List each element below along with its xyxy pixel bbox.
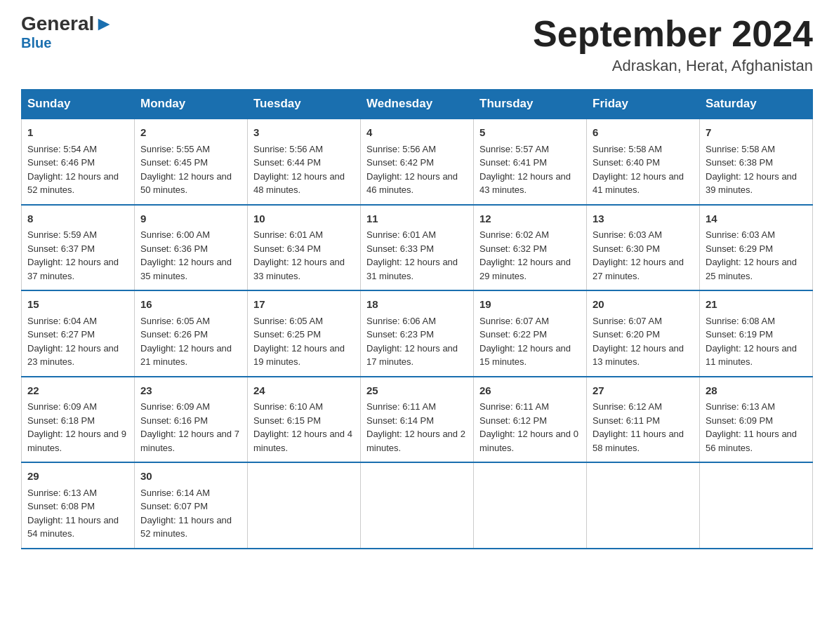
calendar-cell: 25Sunrise: 6:11 AMSunset: 6:14 PMDayligh… — [361, 377, 474, 463]
sunset-text: Sunset: 6:20 PM — [593, 329, 660, 340]
sunset-text: Sunset: 6:41 PM — [479, 157, 547, 168]
day-number: 10 — [253, 211, 355, 227]
sunrise-text: Sunrise: 5:58 AM — [593, 144, 662, 154]
col-saturday: Saturday — [700, 90, 813, 119]
sunrise-text: Sunrise: 6:03 AM — [593, 229, 662, 240]
daylight-text: Daylight: 12 hours and 23 minutes. — [27, 343, 119, 368]
calendar-cell: 19Sunrise: 6:07 AMSunset: 6:22 PMDayligh… — [474, 290, 587, 377]
calendar-cell: 2Sunrise: 5:55 AMSunset: 6:45 PMDaylight… — [135, 119, 248, 205]
calendar-cell: 29Sunrise: 6:13 AMSunset: 6:08 PMDayligh… — [22, 462, 135, 549]
day-number: 7 — [706, 125, 807, 141]
calendar-cell — [474, 462, 587, 549]
sunrise-text: Sunrise: 6:03 AM — [706, 229, 775, 240]
day-number: 21 — [706, 297, 807, 313]
calendar-cell: 5Sunrise: 5:57 AMSunset: 6:41 PMDaylight… — [474, 119, 587, 205]
sunset-text: Sunset: 6:30 PM — [593, 243, 660, 254]
sunset-text: Sunset: 6:23 PM — [366, 329, 434, 340]
daylight-text: Daylight: 12 hours and 0 minutes. — [479, 429, 578, 453]
day-number: 26 — [479, 383, 581, 399]
daylight-text: Daylight: 12 hours and 46 minutes. — [366, 171, 458, 196]
sunrise-text: Sunrise: 5:57 AM — [479, 144, 549, 154]
daylight-text: Daylight: 12 hours and 21 minutes. — [140, 343, 232, 368]
sunset-text: Sunset: 6:33 PM — [366, 243, 434, 254]
daylight-text: Daylight: 12 hours and 25 minutes. — [706, 257, 797, 281]
sunset-text: Sunset: 6:32 PM — [479, 243, 547, 254]
day-number: 30 — [140, 469, 241, 485]
calendar-cell: 16Sunrise: 6:05 AMSunset: 6:26 PMDayligh… — [135, 290, 248, 377]
sunset-text: Sunset: 6:42 PM — [366, 157, 434, 168]
calendar-cell: 24Sunrise: 6:10 AMSunset: 6:15 PMDayligh… — [248, 377, 361, 463]
daylight-text: Daylight: 12 hours and 11 minutes. — [706, 343, 797, 368]
daylight-text: Daylight: 12 hours and 29 minutes. — [479, 257, 571, 281]
calendar-week-row: 29Sunrise: 6:13 AMSunset: 6:08 PMDayligh… — [22, 462, 813, 549]
sunrise-text: Sunrise: 6:13 AM — [27, 488, 97, 498]
logo-text-line1: General► — [21, 14, 114, 34]
day-number: 2 — [140, 125, 241, 141]
page-header: General► Blue September 2024 Adraskan, H… — [21, 14, 813, 75]
sunset-text: Sunset: 6:27 PM — [27, 329, 95, 340]
day-number: 8 — [27, 211, 128, 227]
calendar-cell: 18Sunrise: 6:06 AMSunset: 6:23 PMDayligh… — [361, 290, 474, 377]
sunrise-text: Sunrise: 6:08 AM — [706, 316, 775, 326]
day-number: 3 — [253, 125, 355, 141]
sunset-text: Sunset: 6:46 PM — [27, 157, 95, 168]
calendar-week-row: 8Sunrise: 5:59 AMSunset: 6:37 PMDaylight… — [22, 205, 813, 291]
day-number: 12 — [479, 211, 581, 227]
col-sunday: Sunday — [22, 90, 135, 119]
sunrise-text: Sunrise: 5:56 AM — [253, 144, 323, 154]
day-number: 23 — [140, 383, 241, 399]
calendar-cell: 3Sunrise: 5:56 AMSunset: 6:44 PMDaylight… — [248, 119, 361, 205]
calendar-cell: 10Sunrise: 6:01 AMSunset: 6:34 PMDayligh… — [248, 205, 361, 291]
sunset-text: Sunset: 6:11 PM — [593, 415, 660, 426]
day-number: 22 — [27, 383, 128, 399]
location-title: Adraskan, Herat, Afghanistan — [533, 57, 813, 75]
sunrise-text: Sunrise: 6:10 AM — [253, 401, 323, 412]
day-number: 28 — [706, 383, 807, 399]
calendar-cell: 27Sunrise: 6:12 AMSunset: 6:11 PMDayligh… — [587, 377, 700, 463]
sunset-text: Sunset: 6:26 PM — [140, 329, 208, 340]
sunrise-text: Sunrise: 5:54 AM — [27, 144, 97, 154]
day-number: 29 — [27, 469, 128, 485]
day-number: 19 — [479, 297, 581, 313]
daylight-text: Daylight: 12 hours and 33 minutes. — [253, 257, 345, 281]
calendar-cell: 28Sunrise: 6:13 AMSunset: 6:09 PMDayligh… — [700, 377, 813, 463]
day-number: 16 — [140, 297, 241, 313]
calendar-cell — [587, 462, 700, 549]
calendar-header-row: Sunday Monday Tuesday Wednesday Thursday… — [22, 90, 813, 119]
sunset-text: Sunset: 6:19 PM — [706, 329, 773, 340]
logo: General► Blue — [21, 14, 114, 51]
daylight-text: Daylight: 12 hours and 27 minutes. — [593, 257, 684, 281]
sunset-text: Sunset: 6:15 PM — [253, 415, 321, 426]
daylight-text: Daylight: 11 hours and 58 minutes. — [593, 429, 684, 453]
month-title: September 2024 — [533, 14, 813, 54]
day-number: 18 — [366, 297, 468, 313]
sunset-text: Sunset: 6:22 PM — [479, 329, 547, 340]
sunrise-text: Sunrise: 6:00 AM — [140, 229, 210, 240]
col-friday: Friday — [587, 90, 700, 119]
calendar-cell: 14Sunrise: 6:03 AMSunset: 6:29 PMDayligh… — [700, 205, 813, 291]
sunset-text: Sunset: 6:16 PM — [140, 415, 208, 426]
day-number: 6 — [593, 125, 694, 141]
calendar-week-row: 1Sunrise: 5:54 AMSunset: 6:46 PMDaylight… — [22, 119, 813, 205]
day-number: 24 — [253, 383, 355, 399]
daylight-text: Daylight: 12 hours and 13 minutes. — [593, 343, 684, 368]
calendar-cell: 1Sunrise: 5:54 AMSunset: 6:46 PMDaylight… — [22, 119, 135, 205]
calendar-week-row: 22Sunrise: 6:09 AMSunset: 6:18 PMDayligh… — [22, 377, 813, 463]
sunrise-text: Sunrise: 5:56 AM — [366, 144, 436, 154]
sunrise-text: Sunrise: 6:09 AM — [140, 401, 210, 412]
daylight-text: Daylight: 12 hours and 37 minutes. — [27, 257, 119, 281]
sunrise-text: Sunrise: 6:07 AM — [593, 316, 662, 326]
calendar-cell: 26Sunrise: 6:11 AMSunset: 6:12 PMDayligh… — [474, 377, 587, 463]
sunset-text: Sunset: 6:14 PM — [366, 415, 434, 426]
day-number: 13 — [593, 211, 694, 227]
day-number: 17 — [253, 297, 355, 313]
sunrise-text: Sunrise: 6:04 AM — [27, 316, 97, 326]
calendar-cell: 13Sunrise: 6:03 AMSunset: 6:30 PMDayligh… — [587, 205, 700, 291]
calendar-cell: 20Sunrise: 6:07 AMSunset: 6:20 PMDayligh… — [587, 290, 700, 377]
sunrise-text: Sunrise: 6:01 AM — [253, 229, 323, 240]
daylight-text: Daylight: 11 hours and 52 minutes. — [140, 515, 232, 539]
sunset-text: Sunset: 6:34 PM — [253, 243, 321, 254]
sunrise-text: Sunrise: 6:09 AM — [27, 401, 97, 412]
calendar-cell — [248, 462, 361, 549]
logo-text-line2: Blue — [21, 35, 51, 51]
